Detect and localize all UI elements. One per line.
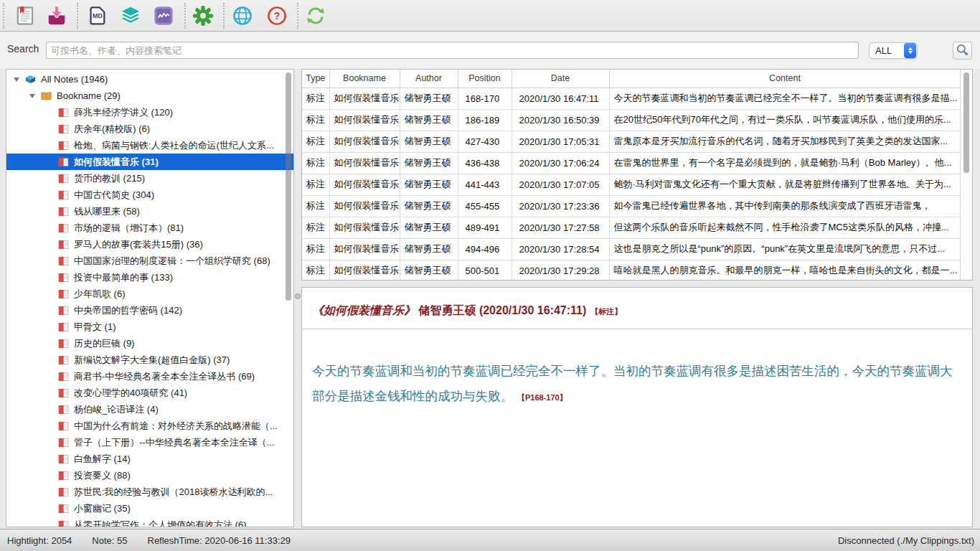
book-icon	[58, 124, 69, 134]
settings-button[interactable]	[191, 4, 215, 27]
disclosure-triangle-icon[interactable]	[14, 77, 25, 82]
column-header-bookname[interactable]: Bookname	[329, 70, 400, 88]
sidebar-item-book[interactable]: 杨伯峻_论语译注 (4)	[6, 401, 293, 418]
help-button[interactable]: ?	[265, 4, 289, 27]
export-md-button[interactable]: MD	[85, 4, 109, 27]
cell-author: 储智勇王硕	[400, 88, 458, 109]
document-icon	[14, 5, 36, 27]
column-header-position[interactable]: Position	[458, 70, 512, 88]
detail-author-date: 储智勇王硕 (2020/1/30 16:47:11)	[415, 304, 586, 316]
cell-author: 储智勇王硕	[400, 238, 458, 260]
sidebar-item-book[interactable]: 新编说文解字大全集(超值白金版) (37)	[6, 352, 293, 368]
search-input[interactable]	[46, 42, 859, 59]
sidebar-item-bookname-group[interactable]: Bookname (29)	[6, 88, 293, 104]
book-label: 罗马人的故事(套装共15册) (36)	[74, 238, 203, 251]
column-header-type[interactable]: Type	[302, 70, 329, 88]
clippings-document-button[interactable]	[13, 4, 37, 27]
column-header-content[interactable]: Content	[609, 70, 961, 88]
cell-type: 标注	[302, 109, 329, 131]
sidebar-item-book[interactable]: 苏世民:我的经验与教训（2018读桥水达利欧的...	[6, 484, 293, 500]
table-row[interactable]: 标注如何假装懂音乐储智勇王硕436-4382020/1/30 17:06:24在…	[302, 152, 961, 174]
sidebar-item-book[interactable]: 市场的逻辑（增订本）(81)	[6, 220, 293, 236]
cell-date: 2020/1/30 16:47:11	[512, 88, 609, 109]
cell-content: 在20世纪50年代到70年代之间，有过一类乐队，叫节奏蓝调乐队，他们使用的乐..…	[609, 109, 961, 131]
note-detail-body: 今天的节奏蓝调和当初的节奏蓝调已经完全不一样了。当初的节奏蓝调有很多是描述困苦生…	[302, 359, 972, 410]
statistics-button[interactable]	[151, 4, 176, 27]
md-file-icon: MD	[86, 5, 108, 27]
table-scrollbar[interactable]	[960, 70, 972, 280]
toolbar-separator	[184, 3, 186, 29]
column-header-date[interactable]: Date	[512, 70, 609, 88]
sidebar-item-book[interactable]: 中国国家治理的制度逻辑：一个组织学研究 (68)	[6, 253, 293, 269]
sidebar-item-book[interactable]: 中央帝国的哲学密码 (142)	[6, 302, 293, 319]
search-button[interactable]	[953, 42, 972, 60]
detail-position-tag: 【P168-170】	[517, 393, 567, 402]
sidebar-item-book[interactable]: 商君书-中华经典名著全本全注全译丛书 (69)	[6, 368, 293, 385]
globe-icon	[232, 5, 253, 27]
sidebar-item-book[interactable]: 小窗幽记 (35)	[6, 500, 293, 517]
sidebar-scrollbar-thumb[interactable]	[286, 72, 291, 301]
table-row[interactable]: 标注如何假装懂音乐储智勇王硕455-4552020/1/30 17:23:36如…	[302, 195, 961, 217]
sidebar-item-book[interactable]: 投资要义 (88)	[6, 467, 293, 484]
book-icon	[58, 141, 69, 151]
sidebar-item-book[interactable]: 少年凯歌 (6)	[6, 286, 293, 302]
sidebar-item-book[interactable]: 甲骨文 (1)	[6, 319, 293, 335]
sidebar-item-book[interactable]: 白鱼解字 (14)	[6, 451, 293, 467]
book-icon	[58, 256, 69, 266]
merge-button[interactable]	[118, 4, 143, 27]
sidebar-item-book[interactable]: 庆余年(精校版) (6)	[6, 121, 293, 137]
sidebar-item-book[interactable]: 罗马人的故事(套装共15册) (36)	[6, 236, 293, 253]
column-header-author[interactable]: Author	[400, 70, 458, 88]
book-icon	[58, 157, 69, 167]
table-row[interactable]: 标注如何假装懂音乐储智勇王硕489-4912020/1/30 17:27:58但…	[302, 217, 961, 238]
sidebar-item-book[interactable]: 中国古代简史 (304)	[6, 187, 293, 203]
book-icon	[58, 190, 69, 200]
sidebar-item-all-notes[interactable]: All Notes (1946)	[6, 71, 293, 88]
book-icon	[58, 240, 69, 250]
sidebar-item-book[interactable]: 如何假装懂音乐 (31)	[6, 154, 293, 170]
book-icon	[58, 207, 69, 217]
sidebar-item-book[interactable]: 历史的巨镜 (9)	[6, 335, 293, 352]
cell-position: 500-501	[458, 260, 512, 281]
sidebar-item-book[interactable]: 管子（上下册）--中华经典名著全本全注全译（...	[6, 434, 293, 451]
chart-icon	[153, 5, 174, 27]
book-icon	[58, 388, 69, 398]
sidebar: All Notes (1946) Bookname (29) 薛兆丰经济学讲义 …	[6, 69, 294, 527]
table-row[interactable]: 标注如何假装懂音乐储智勇王硕441-4432020/1/30 17:07:05鲍…	[302, 174, 961, 195]
table-row[interactable]: 标注如何假装懂音乐储智勇王硕494-4962020/1/30 17:28:54这…	[302, 238, 961, 260]
sidebar-item-book[interactable]: 投资中最简单的事 (133)	[6, 269, 293, 286]
cell-bookname: 如何假装懂音乐	[329, 195, 400, 217]
splitter-handle[interactable]	[295, 293, 301, 299]
cell-bookname: 如何假装懂音乐	[329, 109, 400, 131]
cell-type: 标注	[302, 195, 329, 217]
sidebar-scrollbar[interactable]	[283, 70, 293, 527]
search-row: Search ALL	[0, 32, 980, 69]
book-label: 货币的教训 (215)	[74, 172, 145, 185]
toolbar-separator	[3, 3, 4, 29]
sidebar-item-book[interactable]: 钱从哪里来 (58)	[6, 203, 293, 220]
table-row[interactable]: 标注如何假装懂音乐储智勇王硕500-5012020/1/30 17:29:28嘻…	[302, 260, 961, 281]
cell-author: 储智勇王硕	[400, 131, 458, 152]
filter-dropdown[interactable]: ALL	[869, 42, 918, 59]
table-row[interactable]: 标注如何假装懂音乐储智勇王硕427-4302020/1/30 17:05:31雷…	[302, 131, 961, 152]
sidebar-item-book[interactable]: 改变心理学的40项研究 (41)	[6, 385, 293, 401]
sidebar-item-book[interactable]: 中国为什么有前途：对外经济关系的战略潜能（...	[6, 418, 293, 434]
sidebar-item-book[interactable]: 货币的教训 (215)	[6, 170, 293, 187]
cell-position: 489-491	[458, 217, 512, 238]
gear-icon	[192, 5, 214, 27]
table-row[interactable]: 标注如何假装懂音乐储智勇王硕168-1702020/1/30 16:47:11今…	[302, 88, 961, 109]
sidebar-item-book[interactable]: 枪炮、病菌与钢铁:人类社会的命运(世纪人文系...	[6, 137, 293, 154]
disclosure-triangle-icon[interactable]	[29, 94, 41, 98]
table-scrollbar-thumb[interactable]	[963, 72, 969, 173]
import-button[interactable]	[44, 4, 69, 27]
cell-bookname: 如何假装懂音乐	[329, 217, 400, 238]
website-button[interactable]	[230, 4, 255, 27]
sidebar-item-book[interactable]: 薛兆丰经济学讲义 (120)	[6, 104, 293, 121]
table-row[interactable]: 标注如何假装懂音乐储智勇王硕186-1892020/1/30 16:50:39在…	[302, 109, 961, 131]
cell-date: 2020/1/30 17:27:58	[512, 217, 609, 238]
note-detail-title: 《如何假装懂音乐》 储智勇王硕 (2020/1/30 16:47:11)【标注】	[302, 288, 972, 319]
refresh-button[interactable]	[303, 4, 328, 27]
cell-date: 2020/1/30 17:07:05	[512, 174, 609, 195]
sidebar-item-book[interactable]: 从零开始学写作：个人增值的有效方法 (6)	[6, 517, 293, 527]
book-icon	[58, 174, 69, 184]
